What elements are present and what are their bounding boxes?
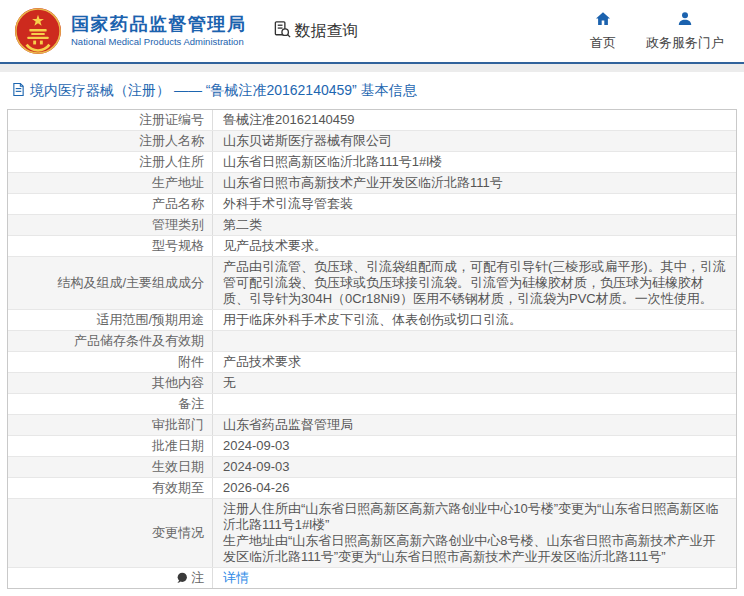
agency-title-en: National Medical Products Administration — [71, 37, 247, 47]
row-value: 2026-04-26 — [213, 478, 736, 498]
row-value-text: 2024-09-03 — [223, 459, 290, 474]
row-value-text: 无 — [223, 375, 236, 390]
home-icon — [595, 11, 611, 30]
row-label: 注册人名称 — [8, 131, 213, 151]
row-value-text: 注册人住所由“山东省日照高新区高新六路创业中心10号楼”变更为“山东省日照高新区… — [223, 501, 718, 564]
row-value: 2024-09-03 — [213, 436, 736, 456]
row-value-text: 2024-09-03 — [223, 438, 290, 453]
row-value: 产品由引流管、负压球、引流袋组配而成，可配有引导针(三棱形或扁平形)。其中，引流… — [213, 257, 736, 309]
table-row: 型号规格 见产品技术要求。 — [8, 236, 736, 257]
table-row: 适用范围/预期用途 用于临床外科手术皮下引流、体表创伤或切口引流。 — [8, 310, 736, 331]
agency-title-cn: 国家药品监督管理局 — [71, 15, 247, 33]
table-row: 管理类别 第二类 — [8, 215, 736, 236]
row-label: 型号规格 — [8, 236, 213, 256]
row-label: 适用范围/预期用途 — [8, 310, 213, 330]
content-card: 境内医疗器械（注册） —— “鲁械注准20162140459” 基本信息 注册证… — [0, 72, 744, 596]
row-value-text: 鲁械注准20162140459 — [223, 112, 355, 127]
nav-item-label: 首页 — [590, 34, 616, 52]
row-label: 产品储存条件及有效期 — [8, 331, 213, 351]
row-value: 外科手术引流导管套装 — [213, 194, 736, 214]
row-label: 批准日期 — [8, 436, 213, 456]
table-row: 批准日期 2024-09-03 — [8, 436, 736, 457]
row-value: 无 — [213, 373, 736, 393]
table-row: 附件 产品技术要求 — [8, 352, 736, 373]
table-row: 产品储存条件及有效期 — [8, 331, 736, 352]
row-value-text: 2026-04-26 — [223, 480, 290, 495]
row-value-text: 第二类 — [223, 217, 262, 232]
row-label: 注册证编号 — [8, 110, 213, 130]
row-label: 注 — [8, 568, 213, 588]
breadcrumb-text: 境内医疗器械（注册） —— “鲁械注准20162140459” 基本信息 — [30, 82, 417, 100]
row-value: 山东贝诺斯医疗器械有限公司 — [213, 131, 736, 151]
row-value-text: 产品技术要求 — [223, 354, 301, 369]
document-search-icon — [273, 20, 292, 43]
row-value-text: 见产品技术要求。 — [223, 238, 327, 253]
row-label: 结构及组成/主要组成成分 — [8, 257, 213, 309]
row-value: 2024-09-03 — [213, 457, 736, 477]
row-value-text: 山东贝诺斯医疗器械有限公司 — [223, 133, 392, 148]
table-row: 备注 — [8, 394, 736, 415]
data-query-label: 数据查询 — [295, 21, 359, 42]
row-value-text: 山东省日照市高新技术产业开发区临沂北路111号 — [223, 175, 503, 190]
row-label: 变更情况 — [8, 499, 213, 567]
table-row: 注册证编号 鲁械注准20162140459 — [8, 110, 736, 131]
table-row: 注册人住所 山东省日照高新区临沂北路111号1#l楼 — [8, 152, 736, 173]
row-value-text: 山东省日照高新区临沂北路111号1#l楼 — [223, 154, 442, 169]
row-label: 备注 — [8, 394, 213, 414]
row-label: 生产地址 — [8, 173, 213, 193]
note-balloon-icon — [176, 572, 188, 584]
table-row: 变更情况 注册人住所由“山东省日照高新区高新六路创业中心10号楼”变更为“山东省… — [8, 499, 736, 568]
table-row: 注册人名称 山东贝诺斯医疗器械有限公司 — [8, 131, 736, 152]
nav-item-label: 政务服务门户 — [646, 34, 724, 52]
row-value-text: 用于临床外科手术皮下引流、体表创伤或切口引流。 — [223, 312, 522, 327]
data-query-tab[interactable]: 数据查询 — [273, 20, 359, 43]
top-nav: 首页 政务服务门户 — [590, 11, 732, 52]
row-value — [213, 339, 736, 343]
row-value — [213, 402, 736, 406]
table-row: 有效期至 2026-04-26 — [8, 478, 736, 499]
row-value: 注册人住所由“山东省日照高新区高新六路创业中心10号楼”变更为“山东省日照高新区… — [213, 499, 736, 567]
row-value: 山东省日照高新区临沂北路111号1#l楼 — [213, 152, 736, 172]
registration-info-table: 注册证编号 鲁械注准20162140459 注册人名称 山东贝诺斯医疗器械有限公… — [7, 109, 737, 589]
detail-link[interactable]: 详情 — [223, 570, 249, 585]
user-icon — [677, 11, 693, 30]
table-row: 产品名称 外科手术引流导管套装 — [8, 194, 736, 215]
row-value: 山东省日照市高新技术产业开发区临沂北路111号 — [213, 173, 736, 193]
row-value: 产品技术要求 — [213, 352, 736, 372]
table-row: 结构及组成/主要组成成分 产品由引流管、负压球、引流袋组配而成，可配有引导针(三… — [8, 257, 736, 310]
row-value: 见产品技术要求。 — [213, 236, 736, 256]
row-label: 管理类别 — [8, 215, 213, 235]
table-row: 生产地址 山东省日照市高新技术产业开发区临沂北路111号 — [8, 173, 736, 194]
row-value: 详情 — [213, 568, 736, 588]
row-label: 生效日期 — [8, 457, 213, 477]
row-value-text: 产品由引流管、负压球、引流袋组配而成，可配有引导针(三棱形或扁平形)。其中，引流… — [223, 259, 726, 306]
row-value: 鲁械注准20162140459 — [213, 110, 736, 130]
table-row: 其他内容 无 — [8, 373, 736, 394]
row-value: 第二类 — [213, 215, 736, 235]
nav-item-gov-portal[interactable]: 政务服务门户 — [646, 11, 724, 52]
document-icon — [12, 82, 25, 100]
row-label: 产品名称 — [8, 194, 213, 214]
table-row-note: 注 详情 — [8, 568, 736, 588]
row-label: 附件 — [8, 352, 213, 372]
breadcrumb: 境内医疗器械（注册） —— “鲁械注准20162140459” 基本信息 — [0, 72, 744, 109]
row-value: 用于临床外科手术皮下引流、体表创伤或切口引流。 — [213, 310, 736, 330]
row-label: 有效期至 — [8, 478, 213, 498]
table-row: 生效日期 2024-09-03 — [8, 457, 736, 478]
agency-title: 国家药品监督管理局 National Medical Products Admi… — [71, 15, 247, 47]
nav-item-home[interactable]: 首页 — [590, 11, 616, 52]
row-value-text: 山东省药品监督管理局 — [223, 417, 353, 432]
row-label: 审批部门 — [8, 415, 213, 435]
row-label: 其他内容 — [8, 373, 213, 393]
app-header: 国家药品监督管理局 National Medical Products Admi… — [0, 0, 744, 64]
row-value: 山东省药品监督管理局 — [213, 415, 736, 435]
table-row: 审批部门 山东省药品监督管理局 — [8, 415, 736, 436]
row-label-text: 注 — [191, 570, 204, 586]
row-label: 注册人住所 — [8, 152, 213, 172]
national-emblem-logo — [14, 7, 62, 55]
row-value-text: 外科手术引流导管套装 — [223, 196, 353, 211]
